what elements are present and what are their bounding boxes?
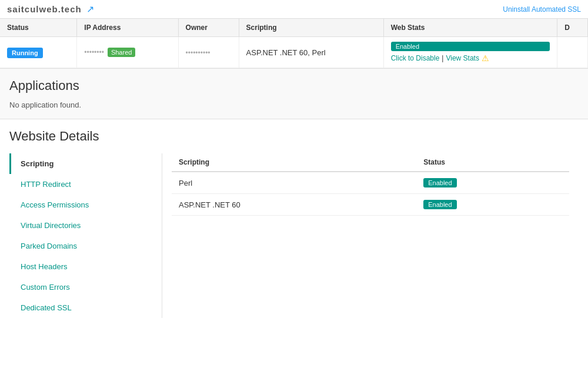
webstats-inner: Enabled Click to Disable | View Stats ⚠ <box>391 42 550 63</box>
scripting-status-aspnet: Enabled <box>416 194 569 216</box>
sidebar-item-access-permissions[interactable]: Access Permissions <box>9 195 162 215</box>
separator: | <box>442 54 443 62</box>
col-webstats: Web Stats <box>383 19 557 37</box>
scripting-row-perl: Perl Enabled <box>172 172 569 194</box>
warning-icon: ⚠ <box>482 53 489 63</box>
scripting-cell: ASP.NET .NET 60, Perl <box>239 37 383 68</box>
sidebar-item-virtual-directories[interactable]: Virtual Directories <box>9 215 162 236</box>
ip-address: •••••••• <box>84 48 104 56</box>
webstats-links: Click to Disable | View Stats ⚠ <box>391 53 550 63</box>
scripting-status-perl: Enabled <box>416 172 569 194</box>
sidebar-item-custom-errors[interactable]: Custom Errors <box>9 277 162 297</box>
perl-enabled-badge: Enabled <box>423 178 456 187</box>
website-details-title: Website Details <box>9 129 579 144</box>
details-sidebar: Scripting HTTP Redirect Access Permissio… <box>9 153 162 318</box>
main-table: Status IP Address Owner Scripting Web St… <box>0 19 588 68</box>
table-header-row: Status IP Address Owner Scripting Web St… <box>0 19 588 37</box>
aspnet-enabled-badge: Enabled <box>423 200 456 209</box>
sidebar-item-dedicated-ssl[interactable]: Dedicated SSL <box>9 297 162 318</box>
details-content: Scripting Status Perl Enabled ASP.NET .N… <box>162 153 579 318</box>
scripting-table: Scripting Status Perl Enabled ASP.NET .N… <box>172 153 569 216</box>
view-stats-link[interactable]: View Stats <box>446 54 479 62</box>
external-link-icon[interactable]: ↗ <box>86 4 94 15</box>
running-badge: Running <box>7 48 43 58</box>
applications-section: Applications No application found. <box>0 69 588 119</box>
sidebar-item-host-headers[interactable]: Host Headers <box>9 256 162 277</box>
applications-title: Applications <box>9 78 579 93</box>
details-layout: Scripting HTTP Redirect Access Permissio… <box>9 153 579 318</box>
uninstall-ssl-link[interactable]: Uninstall Automated SSL <box>503 5 581 14</box>
scripting-col-status: Status <box>416 153 569 172</box>
owner-value: •••••••••• <box>186 49 211 57</box>
owner-cell: •••••••••• <box>178 37 239 68</box>
sidebar-item-http-redirect[interactable]: HTTP Redirect <box>9 174 162 195</box>
ip-cell: •••••••• Shared <box>77 37 178 68</box>
shared-badge: Shared <box>108 48 135 57</box>
status-cell: Running <box>0 37 77 68</box>
website-details-section: Website Details Scripting HTTP Redirect … <box>0 119 588 327</box>
webstats-cell: Enabled Click to Disable | View Stats ⚠ <box>383 37 557 68</box>
d-cell <box>557 37 588 68</box>
webstats-enabled-badge: Enabled <box>391 42 550 51</box>
col-scripting: Scripting <box>239 19 383 37</box>
scripting-col-name: Scripting <box>172 153 416 172</box>
scripting-name-perl: Perl <box>172 172 416 194</box>
col-owner: Owner <box>178 19 239 37</box>
scripting-name-aspnet: ASP.NET .NET 60 <box>172 194 416 216</box>
click-to-disable-link[interactable]: Click to Disable <box>391 54 440 62</box>
scripting-row-aspnet: ASP.NET .NET 60 Enabled <box>172 194 569 216</box>
main-table-section: Status IP Address Owner Scripting Web St… <box>0 19 588 69</box>
sidebar-item-parked-domains[interactable]: Parked Domains <box>9 236 162 256</box>
top-bar-left: saitculweb.tech ↗ <box>7 4 94 15</box>
sidebar-item-scripting[interactable]: Scripting <box>9 153 162 174</box>
col-status: Status <box>0 19 77 37</box>
ip-cell-inner: •••••••• Shared <box>84 48 171 57</box>
no-application-text: No application found. <box>9 101 579 109</box>
domain-name: saitculweb.tech <box>7 4 82 14</box>
col-d: D <box>557 19 588 37</box>
scripting-header-row: Scripting Status <box>172 153 569 172</box>
col-ip: IP Address <box>77 19 178 37</box>
table-row: Running •••••••• Shared •••••••••• ASP.N… <box>0 37 588 68</box>
top-bar: saitculweb.tech ↗ Uninstall Automated SS… <box>0 0 588 19</box>
